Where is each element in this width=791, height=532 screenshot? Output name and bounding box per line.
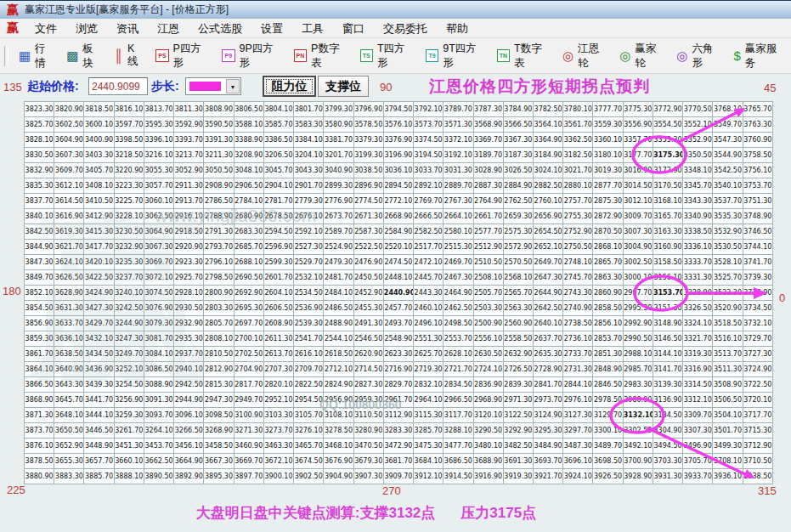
grid-cell: 2551.30 bbox=[414, 331, 444, 347]
start-price-label: 起始价格: bbox=[27, 79, 79, 94]
grid-cell: 2784.10 bbox=[234, 194, 263, 209]
grid-cell: 2565.70 bbox=[503, 286, 533, 301]
grid-cell: 2596.90 bbox=[263, 240, 293, 255]
gann-square-body: 3823.303820.903818.503816.103813.703811.… bbox=[25, 102, 773, 484]
grid-cell: 3477.70 bbox=[444, 439, 473, 454]
grid-cell: 3405.70 bbox=[84, 163, 114, 178]
grid-cell: 2479.30 bbox=[324, 255, 353, 270]
grid-cell: 3931.30 bbox=[653, 469, 682, 484]
step-combobox[interactable]: ▼ bbox=[185, 77, 241, 95]
grid-cell: 3897.70 bbox=[234, 469, 263, 484]
grid-cell: 3360.10 bbox=[593, 133, 623, 148]
grid-cell: 3009.70 bbox=[623, 209, 653, 224]
p-square-icon: PS bbox=[155, 49, 168, 62]
angle-label-270: 270 bbox=[382, 484, 401, 497]
grid-cell: 3165.70 bbox=[653, 209, 682, 224]
grid-cell: 3038.50 bbox=[353, 163, 383, 178]
toolbar-grip[interactable] bbox=[4, 46, 8, 66]
grid-cell: 3504.10 bbox=[713, 408, 743, 423]
toolbar-button-六角形[interactable]: ◎六角形 bbox=[670, 42, 727, 71]
grid-cell: 3108.10 bbox=[324, 408, 353, 423]
toolbar-button-T四方形[interactable]: TST四方形 bbox=[354, 42, 420, 71]
grid-cell: 3720.10 bbox=[743, 393, 772, 408]
grid-cell: 3688.90 bbox=[473, 454, 503, 469]
grid-cell: 3232.90 bbox=[114, 240, 144, 255]
menu-item-窗口[interactable]: 窗口 bbox=[333, 22, 374, 35]
grid-cell: 3192.10 bbox=[444, 148, 473, 163]
grid-cell: 2829.70 bbox=[383, 377, 413, 393]
grid-cell: 3348.10 bbox=[683, 163, 713, 178]
toolbar-button-板块[interactable]: ▩板块 bbox=[60, 42, 108, 71]
grid-cell: 3866.50 bbox=[25, 377, 54, 393]
grid-cell: 2798.50 bbox=[204, 270, 234, 286]
toolbar-button-9T四方形[interactable]: T99T四方形 bbox=[420, 42, 491, 71]
grid-cell: 2510.50 bbox=[473, 255, 503, 270]
grid-cell: 3676.90 bbox=[324, 454, 353, 469]
grid-cell: 3261.70 bbox=[114, 423, 144, 439]
grid-cell: 3364.90 bbox=[533, 133, 562, 148]
menu-item-公式选股[interactable]: 公式选股 bbox=[189, 22, 251, 35]
grid-cell: 3708.10 bbox=[713, 454, 743, 469]
toolbar-button-P数字表[interactable]: PNP数字表 bbox=[288, 42, 354, 71]
toolbar-button-9P四方形[interactable]: P99P四方形 bbox=[216, 42, 288, 71]
step-color-swatch bbox=[189, 82, 221, 91]
grid-cell: 3854.50 bbox=[25, 301, 54, 316]
grid-cell: 3016.90 bbox=[623, 163, 653, 178]
grid-cell: 2856.10 bbox=[593, 316, 623, 331]
grid-cell: 3206.50 bbox=[263, 148, 293, 163]
menu-item-资讯[interactable]: 资讯 bbox=[107, 22, 148, 35]
resistance-button[interactable]: 阻力位 bbox=[263, 76, 316, 97]
toolbar-button-江恩轮[interactable]: ◎江恩轮 bbox=[557, 42, 613, 71]
grid-cell: 3350.50 bbox=[683, 148, 713, 163]
menu-item-浏览[interactable]: 浏览 bbox=[66, 22, 107, 35]
toolbar-button-赢家服务[interactable]: $赢家服务 bbox=[727, 42, 791, 71]
grid-cell: 2841.70 bbox=[533, 377, 562, 393]
grid-cell: 3535.30 bbox=[713, 209, 743, 224]
grid-cell: 3511.30 bbox=[713, 362, 743, 377]
grid-cell: 2793.70 bbox=[204, 240, 234, 255]
grid-cell: 3340.90 bbox=[683, 209, 713, 224]
toolbar-button-行情[interactable]: ▦行情 bbox=[13, 42, 60, 71]
grid-cell: 3748.90 bbox=[743, 209, 772, 224]
grid-cell: 3717.70 bbox=[743, 408, 772, 423]
grid-cell: 3105.70 bbox=[294, 408, 324, 423]
grid-cell: 3787.30 bbox=[473, 102, 503, 117]
grid-cell: 2954.50 bbox=[294, 393, 324, 408]
toolbar-button-赢家轮[interactable]: ◎赢家轮 bbox=[613, 42, 670, 71]
menu-item-交易委托[interactable]: 交易委托 bbox=[374, 22, 437, 35]
grid-cell: 2932.90 bbox=[174, 316, 204, 331]
grid-cell: 3295.30 bbox=[533, 423, 562, 439]
grid-cell: 3103.30 bbox=[263, 408, 293, 423]
menu-item-帮助[interactable]: 帮助 bbox=[437, 22, 477, 35]
toolbar-button-K线[interactable]: ║K线 bbox=[108, 42, 150, 69]
grid-cell: 2805.70 bbox=[204, 316, 234, 331]
grid-cell: 3741.70 bbox=[743, 255, 772, 270]
sectors-icon: ▩ bbox=[66, 49, 78, 62]
support-button[interactable]: 支撑位 bbox=[318, 76, 369, 97]
grid-cell: 2863.30 bbox=[593, 270, 623, 286]
grid-cell: 3280.90 bbox=[353, 423, 383, 439]
menu-item-设置[interactable]: 设置 bbox=[251, 22, 292, 35]
grid-cell: 2469.70 bbox=[444, 255, 473, 270]
grid-cell: 3388.90 bbox=[234, 133, 263, 148]
grid-cell: 2846.50 bbox=[593, 377, 623, 393]
grid-cell: 3595.30 bbox=[144, 117, 173, 133]
grid-cell: 3316.90 bbox=[683, 362, 713, 377]
menu-item-工具[interactable]: 工具 bbox=[292, 22, 333, 35]
grid-cell: 3204.10 bbox=[294, 148, 324, 163]
toolbar-button-T数字表[interactable]: TNT数字表 bbox=[491, 42, 557, 71]
grid-cell: 3811.30 bbox=[174, 102, 204, 117]
grid-cell: 2748.10 bbox=[563, 255, 593, 270]
grid-cell: 2714.50 bbox=[353, 362, 383, 377]
combo-dropdown-button[interactable]: ▼ bbox=[226, 79, 240, 93]
grid-cell: 2884.90 bbox=[503, 178, 533, 194]
menu-item-江恩[interactable]: 江恩 bbox=[148, 22, 189, 35]
grid-cell: 2896.90 bbox=[353, 178, 383, 194]
start-price-input[interactable] bbox=[88, 77, 148, 95]
grid-cell: 3472.90 bbox=[383, 439, 413, 454]
grid-cell: 2467.30 bbox=[444, 270, 473, 286]
status-pressure-text: 压力3175点 bbox=[460, 503, 536, 523]
menu-item-文件[interactable]: 文件 bbox=[25, 22, 66, 35]
grid-cell: 2455.30 bbox=[353, 301, 383, 316]
toolbar-button-P四方形[interactable]: PSP四方形 bbox=[150, 42, 216, 71]
